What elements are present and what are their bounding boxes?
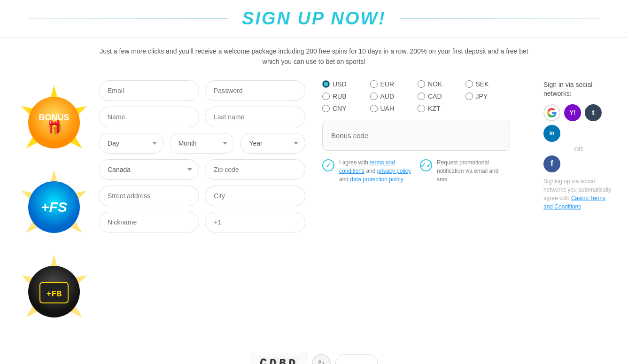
- captcha-input[interactable]: [335, 354, 378, 364]
- casino-terms-link[interactable]: Casino Terms and Conditions: [543, 195, 605, 210]
- email-password-row: [99, 80, 305, 101]
- data-protection-link[interactable]: data protection policy: [350, 176, 403, 183]
- linkedin-login-button[interactable]: in: [543, 125, 560, 142]
- year-select[interactable]: Year 200019901980: [240, 133, 305, 154]
- google-login-button[interactable]: [543, 104, 560, 121]
- terms-checkbox[interactable]: [322, 159, 334, 171]
- mascot-area: BONUS 🎁 +FS: [14, 80, 94, 334]
- social-title: Sign in via social networks:: [543, 80, 614, 99]
- subtitle-text: Just a few more clicks and you'll receiv…: [0, 38, 628, 76]
- tumblr-login-button[interactable]: t: [585, 104, 602, 121]
- currency-cad[interactable]: CAD: [418, 93, 463, 100]
- right-panel: USD EUR NOK SEK RUB AUD CA: [313, 80, 510, 184]
- email-field[interactable]: [99, 80, 199, 101]
- bonus-mascot: BONUS 🎁: [14, 83, 94, 163]
- currency-cny[interactable]: CNY: [322, 105, 367, 112]
- address-row: [99, 186, 305, 206]
- captcha-row: CDBD ↻: [251, 353, 378, 364]
- or-divider: OR: [543, 146, 614, 153]
- social-note: Signing up via social networks you autom…: [543, 177, 614, 211]
- terms-agree-text: I agree with terms and conditions and pr…: [339, 158, 412, 184]
- city-field[interactable]: [205, 186, 305, 206]
- currency-usd[interactable]: USD: [322, 80, 367, 88]
- captcha-image: CDBD: [251, 353, 307, 364]
- lastname-field[interactable]: [205, 107, 305, 127]
- promo-checkbox[interactable]: ✓: [420, 159, 432, 171]
- password-field[interactable]: [205, 80, 305, 101]
- country-zip-row: Canada USA UK Australia: [99, 159, 305, 180]
- agree-row: I agree with terms and conditions and pr…: [322, 158, 510, 184]
- main-content: BONUS 🎁 +FS: [0, 76, 628, 343]
- svg-text:+FS: +FS: [41, 199, 67, 215]
- currency-kzt[interactable]: KZT: [418, 105, 463, 112]
- currency-nok[interactable]: NOK: [418, 80, 463, 88]
- bonus-code-field[interactable]: [322, 121, 510, 151]
- social-icons-row: Y! t in: [543, 104, 614, 142]
- privacy-link[interactable]: privacy policy: [377, 168, 411, 174]
- nickname-phone-row: [99, 212, 305, 232]
- page-title: SIGN UP NOW!: [228, 8, 400, 29]
- zipcode-field[interactable]: [205, 159, 305, 180]
- promo-agree-item: ✓ Request promotional notification via e…: [420, 158, 510, 184]
- terms-agree-item: I agree with terms and conditions and pr…: [322, 158, 412, 184]
- dob-row: Day 123 Month JanuaryFebruaryMarch Year …: [99, 133, 305, 154]
- month-select[interactable]: Month JanuaryFebruaryMarch: [170, 133, 235, 154]
- captcha-refresh-button[interactable]: ↻: [312, 354, 331, 364]
- social-panel: Sign in via social networks: Y! t in OR …: [539, 80, 614, 211]
- phone-field[interactable]: [205, 212, 305, 232]
- facebook-login-button[interactable]: f: [543, 155, 560, 172]
- svg-text:🎁: 🎁: [46, 120, 62, 135]
- currency-uah[interactable]: UAH: [370, 105, 415, 112]
- name-row: [99, 107, 305, 127]
- header-line-right: [400, 18, 600, 19]
- currency-aud[interactable]: AUD: [370, 93, 415, 100]
- bottom-area: CDBD ↻ Sign Up Now!: [0, 343, 628, 364]
- country-select[interactable]: Canada USA UK Australia: [99, 159, 199, 180]
- rb-mascot: +FB: [14, 252, 94, 332]
- svg-text:+FB: +FB: [47, 289, 62, 299]
- name-field[interactable]: [99, 107, 199, 127]
- header-section: SIGN UP NOW!: [0, 0, 628, 38]
- facebook-row: f: [543, 155, 614, 172]
- header-line-left: [28, 18, 228, 19]
- currency-grid: USD EUR NOK SEK RUB AUD CA: [322, 80, 510, 112]
- fs-mascot: +FS: [14, 167, 94, 247]
- currency-sek[interactable]: SEK: [465, 80, 511, 88]
- day-select[interactable]: Day 123: [99, 133, 164, 154]
- yahoo-login-button[interactable]: Y!: [564, 104, 581, 121]
- promo-agree-text: Request promotional notification via ema…: [437, 158, 510, 184]
- currency-eur[interactable]: EUR: [370, 80, 415, 88]
- currency-rub[interactable]: RUB: [322, 93, 367, 100]
- form-container: Day 123 Month JanuaryFebruaryMarch Year …: [99, 80, 534, 238]
- nickname-field[interactable]: [99, 212, 199, 232]
- form-area: Day 123 Month JanuaryFebruaryMarch Year …: [99, 80, 305, 238]
- street-field[interactable]: [99, 186, 199, 206]
- currency-jpy[interactable]: JPY: [465, 93, 511, 100]
